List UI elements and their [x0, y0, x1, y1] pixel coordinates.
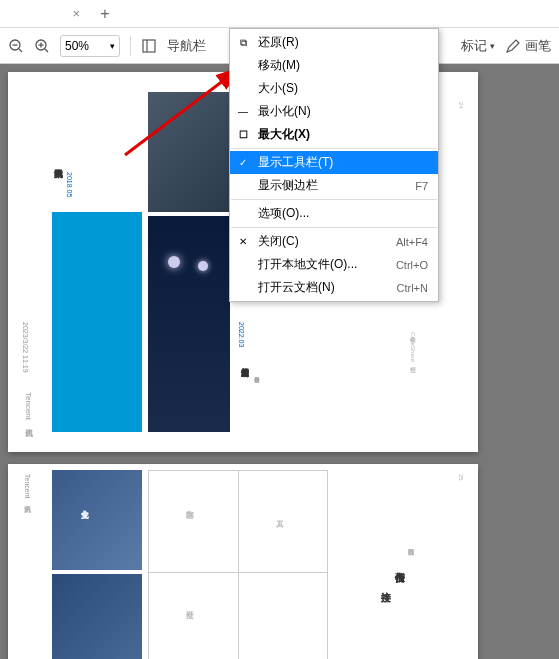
menu-separator [231, 199, 437, 200]
chevron-down-icon: ▾ [110, 41, 115, 51]
menu-item-maximize[interactable]: ☐最大化(X) [230, 123, 438, 146]
menu-item-options[interactable]: 选项(O)... [230, 202, 438, 225]
browser-tab[interactable]: × [0, 0, 90, 27]
shortcut: Ctrl+N [397, 282, 428, 294]
image-thumbnail [52, 470, 142, 570]
mark-label: 标记 [461, 37, 487, 55]
new-tab-button[interactable]: + [90, 5, 120, 23]
menu-item-move[interactable]: 移动(M) [230, 54, 438, 77]
svg-line-4 [45, 49, 48, 52]
shortcut: Ctrl+O [396, 259, 428, 271]
nav-label: 导航栏 [167, 37, 206, 55]
menu-item-show-sidebar[interactable]: 显示侧边栏F7 [230, 174, 438, 197]
date-text: 2023/3/22 11:19 [22, 322, 29, 373]
image-thumbnail [148, 216, 230, 432]
grid [148, 470, 328, 659]
page-marker: 25 [458, 474, 464, 481]
footer-text: 最终CaseShare报告 [408, 332, 417, 362]
divider [130, 36, 131, 56]
zoom-out-button[interactable] [8, 38, 24, 54]
pen-label: 画笔 [525, 37, 551, 55]
close-icon[interactable]: × [72, 6, 80, 21]
menu-separator [231, 148, 437, 149]
menu-item-show-toolbar[interactable]: ✓显示工具栏(T) [230, 151, 438, 174]
brand-text: Tencent 腾讯 [22, 474, 32, 500]
image-thumbnail [52, 574, 142, 659]
sidebar-toggle-button[interactable] [141, 38, 157, 54]
restore-icon: ⧉ [236, 37, 250, 49]
date-label: 2022.03 [238, 322, 245, 347]
maximize-icon: ☐ [236, 129, 250, 140]
menu-separator [231, 227, 437, 228]
page-marker: 24 [458, 102, 464, 109]
zoom-in-button[interactable] [34, 38, 50, 54]
check-icon: ✓ [236, 157, 250, 168]
menu-item-minimize[interactable]: —最小化(N) [230, 100, 438, 123]
zoom-value: 50% [65, 39, 89, 53]
svg-line-1 [19, 49, 22, 52]
shortcut: Alt+F4 [396, 236, 428, 248]
menu-item-restore[interactable]: ⧉还原(R) [230, 31, 438, 54]
menu-item-open-local[interactable]: 打开本地文件(O)...Ctrl+O [230, 253, 438, 276]
svg-rect-7 [143, 40, 155, 52]
mark-dropdown[interactable]: 标记 ▾ [461, 37, 495, 55]
menu-item-size[interactable]: 大小(S) [230, 77, 438, 100]
shortcut: F7 [415, 180, 428, 192]
close-icon: ✕ [236, 236, 250, 247]
image-placeholder [52, 212, 142, 432]
menu-item-close[interactable]: ✕关闭(C)Alt+F4 [230, 230, 438, 253]
context-menu: ⧉还原(R) 移动(M) 大小(S) —最小化(N) ☐最大化(X) ✓显示工具… [229, 28, 439, 302]
date-label: 2018.05 [66, 172, 73, 197]
chevron-down-icon: ▾ [490, 41, 495, 51]
brand-text: Tencent 腾讯 [22, 392, 33, 422]
pen-tool[interactable]: 画笔 [505, 37, 551, 55]
menu-item-open-cloud[interactable]: 打开云文档(N)Ctrl+N [230, 276, 438, 299]
image-thumbnail [148, 92, 230, 212]
zoom-select[interactable]: 50% ▾ [60, 35, 120, 57]
minimize-icon: — [236, 106, 250, 117]
pdf-page-2: Tencent 腾讯 企业文化 数字内容 工具 社交平台 连接 责任与信任 助力… [8, 464, 478, 659]
